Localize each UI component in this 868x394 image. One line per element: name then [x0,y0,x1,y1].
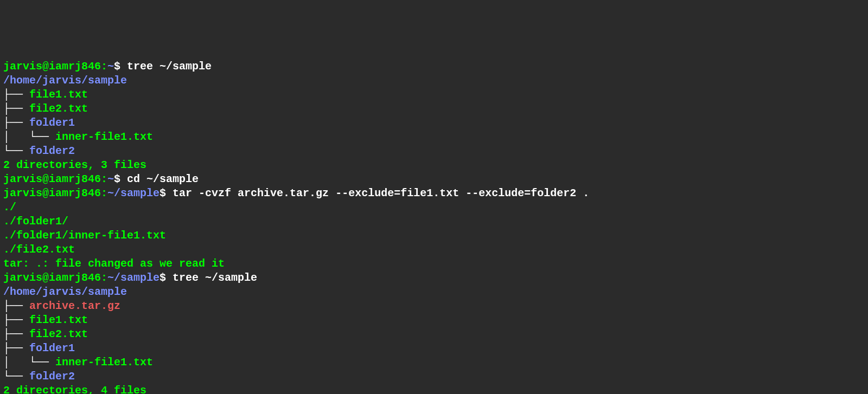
tree-summary: 2 directories, 3 files [3,158,865,172]
tree-row: └── folder2 [3,144,865,158]
prompt-path: ~ [107,60,114,73]
tree-row: ├── file2.txt [3,102,865,116]
prompt-user: jarvis@iamrj846 [3,272,101,284]
folder-name: folder1 [29,117,75,129]
prompt-line: jarvis@iamrj846:~$ cd ~/sample [3,172,865,186]
file-name: inner-file1.txt [55,131,153,143]
file-name: file2.txt [29,328,88,340]
prompt-dollar: $ [159,272,173,284]
tar-output-line: ./folder1/inner-file1.txt [3,229,865,243]
command: cd ~/sample [127,173,199,185]
prompt-path: ~/sample [107,187,159,199]
prompt-user: jarvis@iamrj846 [3,187,101,199]
tree-row: ├── file1.txt [3,88,865,102]
tree-branch-icon: ├── [3,88,29,101]
tar-output-line: ./file2.txt [3,243,865,257]
prompt-line: jarvis@iamrj846:~$ tree ~/sample [3,60,865,74]
prompt-dollar: $ [114,60,127,73]
command: tree ~/sample [127,60,212,73]
tree-row: ├── archive.tar.gz [3,299,865,313]
prompt-line: jarvis@iamrj846:~/sample$ tree ~/sample [3,271,865,285]
tree-branch-icon: ├── [3,102,29,115]
tree-branch-icon: └── [3,145,29,157]
tree-row: ├── file1.txt [3,313,865,327]
tree-branch-icon: ├── [3,300,29,312]
file-name: file1.txt [29,88,88,101]
tree-branch-icon: ├── [3,342,29,354]
tar-output-line: ./folder1/ [3,215,865,229]
command: tree ~/sample [173,272,257,284]
prompt-user: jarvis@iamrj846 [3,60,101,73]
folder-name: folder2 [29,370,75,383]
tree-branch-icon: └── [3,370,29,383]
tree-row: ├── folder1 [3,116,865,130]
prompt-user: jarvis@iamrj846 [3,173,101,185]
tree-row: │ └── inner-file1.txt [3,356,865,370]
tree-branch-icon: │ └── [3,356,55,369]
tree-row: └── folder2 [3,370,865,384]
terminal-output[interactable]: jarvis@iamrj846:~$ tree ~/sample/home/ja… [3,60,865,394]
tree-branch-icon: ├── [3,117,29,129]
archive-name: archive.tar.gz [29,300,120,312]
tree-root-path: /home/jarvis/sample [3,74,865,88]
tree-summary: 2 directories, 4 files [3,384,865,394]
prompt-dollar: $ [114,173,127,185]
folder-name: folder2 [29,145,75,157]
tree-row: ├── file2.txt [3,327,865,341]
tree-row: ├── folder1 [3,341,865,356]
prompt-path: ~ [107,173,114,185]
prompt-line: jarvis@iamrj846:~/sample$ tar -cvzf arch… [3,186,865,201]
folder-name: folder1 [29,342,75,354]
tree-row: │ └── inner-file1.txt [3,130,865,144]
file-name: file1.txt [29,314,88,326]
prompt-path: ~/sample [107,272,159,284]
tar-output-line: ./ [3,201,865,215]
tree-branch-icon: │ └── [3,131,55,143]
file-name: inner-file1.txt [55,356,153,369]
tree-branch-icon: ├── [3,328,29,340]
command: tar -cvzf archive.tar.gz --exclude=file1… [173,187,589,199]
file-name: file2.txt [29,102,88,115]
tree-branch-icon: ├── [3,314,29,326]
tar-output-line: tar: .: file changed as we read it [3,257,865,271]
prompt-dollar: $ [159,187,173,199]
tree-root-path: /home/jarvis/sample [3,285,865,299]
